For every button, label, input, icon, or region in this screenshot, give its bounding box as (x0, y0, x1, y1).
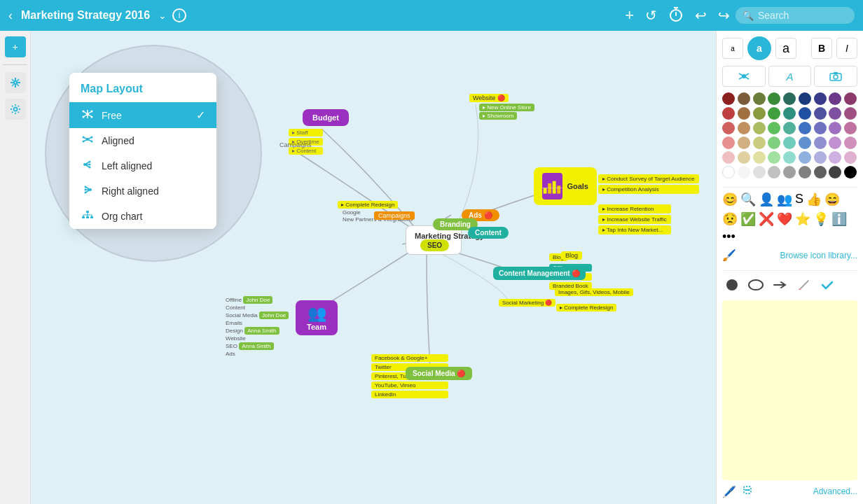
search-input[interactable] (758, 10, 849, 21)
blog-node[interactable]: Blog (561, 251, 582, 260)
color-swatch[interactable] (722, 92, 735, 105)
color-swatch[interactable] (783, 122, 796, 134)
color-swatch[interactable] (799, 92, 811, 105)
pencil-shape[interactable] (794, 275, 813, 295)
star-icon[interactable]: ⭐ (795, 211, 810, 227)
back-button[interactable]: ‹ (8, 8, 13, 23)
laugh-icon[interactable]: 😄 (824, 192, 840, 207)
heart-icon[interactable]: ❤️ (777, 211, 792, 227)
info-button[interactable]: i (172, 8, 186, 22)
color-swatch[interactable] (814, 122, 827, 134)
more-icons[interactable]: ••• (722, 230, 736, 244)
color-swatch[interactable] (814, 92, 827, 105)
color-swatch[interactable] (722, 136, 735, 149)
color-swatch[interactable] (722, 107, 735, 120)
color-swatch[interactable] (829, 136, 841, 149)
person2-icon[interactable]: 👥 (777, 192, 792, 207)
paint-brush-icon[interactable]: 🖌️ (722, 248, 736, 262)
color-swatch[interactable] (738, 107, 750, 120)
content-node[interactable]: Content (468, 227, 509, 239)
color-swatch[interactable] (783, 151, 796, 164)
color-swatch[interactable] (753, 122, 766, 134)
color-swatch[interactable] (783, 136, 796, 149)
color-swatch[interactable] (738, 166, 750, 178)
bulb-icon[interactable]: 💡 (813, 211, 829, 227)
color-swatch[interactable] (783, 92, 796, 105)
budget-node[interactable]: Budget (303, 109, 349, 126)
color-swatch[interactable] (799, 136, 811, 149)
font-medium-button[interactable]: a (747, 36, 771, 60)
layout-item-org-chart[interactable]: Org chart (69, 204, 216, 229)
team-node[interactable]: 👥 Team (296, 300, 338, 335)
browse-icon-link[interactable]: Browse icon library... (780, 251, 857, 260)
title-dropdown-caret[interactable]: ⌄ (158, 10, 167, 21)
search-box[interactable]: 🔍 (736, 7, 855, 24)
color-swatch[interactable] (753, 166, 766, 178)
color-swatch[interactable] (844, 151, 857, 164)
person-icon[interactable]: 👤 (759, 192, 774, 207)
color-swatch[interactable] (844, 122, 857, 134)
layout-item-left-aligned[interactable]: Left aligned (69, 153, 216, 178)
color-swatch[interactable] (799, 166, 811, 178)
color-swatch[interactable] (829, 151, 841, 164)
undo-button[interactable]: ↩ (695, 7, 707, 24)
color-swatch[interactable] (799, 122, 811, 134)
color-swatch[interactable] (768, 122, 780, 134)
advanced-link[interactable]: Advanced... (813, 486, 857, 496)
color-swatch[interactable] (722, 166, 735, 178)
timer-button[interactable] (668, 6, 684, 25)
smiley-icon[interactable]: 😊 (722, 192, 738, 207)
color-swatch[interactable] (738, 92, 750, 105)
color-swatch[interactable] (783, 107, 796, 120)
color-swatch[interactable] (829, 92, 841, 105)
settings-button[interactable] (5, 99, 26, 120)
zoom-in-button[interactable]: + (5, 36, 26, 57)
color-swatch[interactable] (799, 151, 811, 164)
color-swatch[interactable] (768, 166, 780, 178)
node-type-default[interactable] (722, 66, 766, 87)
color-swatch[interactable] (738, 151, 750, 164)
color-swatch[interactable] (829, 166, 841, 178)
color-swatch[interactable] (814, 151, 827, 164)
search-icon[interactable]: 🔍 (740, 192, 756, 207)
color-swatch[interactable] (814, 136, 827, 149)
color-swatch[interactable] (753, 92, 766, 105)
color-swatch[interactable] (783, 166, 796, 178)
check-shape[interactable] (817, 275, 837, 295)
history-button[interactable]: ↺ (645, 7, 657, 24)
seo-node[interactable]: SEO (420, 239, 449, 251)
color-swatch[interactable] (814, 166, 827, 178)
color-swatch[interactable] (844, 92, 857, 105)
color-swatch[interactable] (753, 151, 766, 164)
italic-button[interactable]: I (836, 38, 857, 59)
edit-bottom-icon[interactable]: 🖊️ (722, 485, 736, 498)
color-swatch[interactable] (722, 122, 735, 134)
check-circle-icon[interactable]: ✅ (740, 211, 756, 227)
layout-item-free[interactable]: Free ✓ (69, 102, 216, 128)
add-button[interactable]: + (625, 6, 634, 24)
color-swatch[interactable] (768, 136, 780, 149)
color-swatch[interactable] (829, 107, 841, 120)
layout-item-aligned[interactable]: Aligned (69, 128, 216, 153)
color-swatch[interactable] (768, 107, 780, 120)
layout-toggle-button[interactable] (5, 72, 26, 93)
color-swatch[interactable] (738, 136, 750, 149)
website-label[interactable]: Website 🔴 (469, 94, 509, 102)
color-swatch[interactable] (814, 107, 827, 120)
color-swatch[interactable] (753, 107, 766, 120)
color-swatch[interactable] (768, 151, 780, 164)
color-swatch[interactable] (722, 151, 735, 164)
redo-button[interactable]: ↪ (718, 7, 730, 24)
info-circle-icon[interactable]: ℹ️ (831, 211, 847, 227)
color-swatch[interactable] (844, 107, 857, 120)
font-large-button[interactable]: a (775, 38, 796, 59)
goals-node[interactable]: Goals (534, 167, 597, 205)
color-swatch[interactable] (844, 166, 857, 178)
arrow-shape[interactable] (770, 275, 789, 295)
social-media-node[interactable]: Social Media 🔴 (406, 367, 472, 380)
oval-shape[interactable] (746, 275, 766, 295)
content-mgmt-node[interactable]: Content Management 🔴 (493, 267, 586, 280)
worried-icon[interactable]: 😟 (722, 211, 738, 227)
thumbsup-icon[interactable]: 👍 (806, 192, 822, 207)
color-swatch[interactable] (738, 122, 750, 134)
